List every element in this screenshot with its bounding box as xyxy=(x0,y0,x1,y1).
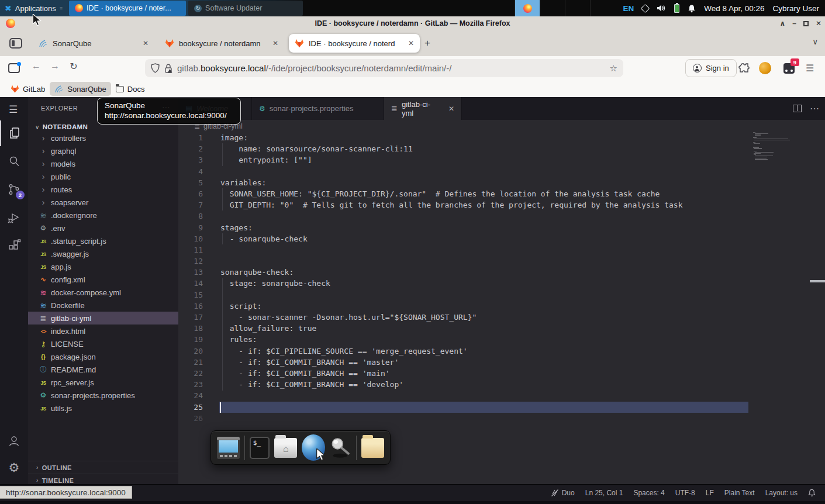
tree-file-utils.js[interactable]: utils.js xyxy=(28,402,178,415)
browser-tab-ide[interactable]: IDE · booksycure / noterd ✕ xyxy=(289,34,420,53)
code-line[interactable] xyxy=(220,210,749,222)
code-line[interactable]: stages: xyxy=(220,222,749,233)
tree-folder-controllers[interactable]: controllers xyxy=(28,132,178,144)
url-bar[interactable]: gitlab.booksycure.local/-/ide/project/bo… xyxy=(145,59,623,77)
sign-in-button[interactable]: Sign in xyxy=(685,59,737,77)
minimize-button[interactable]: – xyxy=(792,19,796,27)
battery-icon[interactable] xyxy=(674,4,679,13)
dock-file-manager-icon[interactable]: ⌂ xyxy=(274,438,297,458)
tree-file-rpc_server.js[interactable]: rpc_server.js xyxy=(28,376,178,389)
tree-file-.swagger.js[interactable]: .swagger.js xyxy=(28,247,178,260)
activity-account-button[interactable] xyxy=(0,428,28,454)
tab-close-icon[interactable]: ✕ xyxy=(272,39,278,47)
tree-file-README.md[interactable]: README.md xyxy=(28,363,178,376)
tree-file-LICENSE[interactable]: LICENSE xyxy=(28,337,178,350)
code-line[interactable]: script: xyxy=(220,301,749,312)
maximize-button[interactable] xyxy=(803,21,809,26)
tree-folder-graphql[interactable]: graphql xyxy=(28,144,178,157)
back-button[interactable]: ← xyxy=(27,61,46,72)
workspace-switcher[interactable] xyxy=(515,0,615,16)
volume-icon[interactable] xyxy=(657,4,666,12)
split-editor-icon[interactable] xyxy=(793,105,802,112)
bookmark-sonarqube[interactable]: SonarQube xyxy=(50,82,111,96)
code-line[interactable]: - if: $CI_COMMIT_BRANCH == 'main' xyxy=(220,368,749,379)
language-mode[interactable]: Plain Text xyxy=(724,489,755,497)
network-icon[interactable] xyxy=(641,4,650,13)
tree-folder-routes[interactable]: routes xyxy=(28,183,178,196)
bookmark-gitlab[interactable]: GitLab xyxy=(6,82,50,96)
taskbar-window-software-updater[interactable]: ↻ Software Updater xyxy=(188,1,303,16)
tree-file-config.xml[interactable]: config.xml xyxy=(28,273,178,286)
tree-file-app.js[interactable]: app.js xyxy=(28,260,178,273)
activity-run-debug-button[interactable] xyxy=(0,205,28,230)
code-line[interactable] xyxy=(220,402,749,413)
dock-web-browser-icon[interactable] xyxy=(302,434,325,461)
breadcrumb[interactable]: ≣ gitlab-ci-yml xyxy=(178,120,825,132)
workspace-1[interactable] xyxy=(515,0,540,16)
code-line[interactable]: - sonar-scanner -Dsonar.host.url="${SONA… xyxy=(220,312,749,323)
tree-file-.startup_script.js[interactable]: .startup_script.js xyxy=(28,234,178,247)
extension-monkey-icon[interactable] xyxy=(759,62,771,74)
code-line[interactable] xyxy=(220,244,749,256)
code-line[interactable]: GIT_DEPTH: "0" # Tells git to fetch all … xyxy=(220,199,749,210)
notifications-bell-icon[interactable] xyxy=(808,489,816,497)
activity-explorer-button[interactable] xyxy=(0,120,28,146)
keyboard-layout[interactable]: Layout: us xyxy=(765,489,798,497)
extensions-puzzle-icon[interactable] xyxy=(738,62,750,74)
bookmark-docs[interactable]: Docs xyxy=(111,82,150,96)
activity-source-control-button[interactable]: 2 xyxy=(0,177,28,202)
shade-button[interactable]: ∧ xyxy=(780,19,786,27)
code-line[interactable]: - if: $CI_COMMIT_BRANCH == 'develop' xyxy=(220,379,749,390)
dock-show-desktop-icon[interactable] xyxy=(217,437,240,459)
current-user-label[interactable]: Cybrary User xyxy=(772,4,819,13)
workspace-2[interactable] xyxy=(540,0,565,16)
browser-tab-sonarqube[interactable]: SonarQube ✕ xyxy=(33,34,154,53)
tree-folder-soapserver[interactable]: soapserver xyxy=(28,196,178,209)
duo-status-item[interactable]: Duo xyxy=(551,489,575,497)
bookmark-star-icon[interactable]: ☆ xyxy=(610,63,617,74)
activity-settings-button[interactable]: ⚙ xyxy=(0,455,28,481)
forward-button[interactable]: → xyxy=(46,61,64,72)
tab-close-icon[interactable]: ✕ xyxy=(448,105,454,113)
dock-app-finder-icon[interactable] xyxy=(330,436,351,460)
cursor-position[interactable]: Ln 25, Col 1 xyxy=(585,489,623,497)
sidebar-icon[interactable] xyxy=(8,63,20,73)
list-all-tabs-icon[interactable]: ∨ xyxy=(812,37,818,46)
code-line[interactable]: rules: xyxy=(220,334,749,345)
code-line[interactable] xyxy=(220,166,749,177)
tab-close-icon[interactable]: ✕ xyxy=(408,39,414,47)
reload-button[interactable]: ↻ xyxy=(64,61,83,72)
activity-extensions-button[interactable] xyxy=(0,233,28,258)
code-line[interactable]: entrypoint: [""] xyxy=(220,154,749,165)
clock[interactable]: Wed 8 Apr, 00:26 xyxy=(704,4,764,13)
code-line[interactable]: - if: $CI_COMMIT_BRANCH == 'master' xyxy=(220,357,749,368)
taskbar-window-ide[interactable]: IDE · booksycure / noter... xyxy=(69,1,186,16)
code-line[interactable]: - sonarqube-check xyxy=(220,233,749,244)
tree-file-Dockerfile[interactable]: Dockerfile xyxy=(28,299,178,312)
editor-tab-gitlab-ci[interactable]: ≣ gitlab-ci-yml ✕ xyxy=(384,97,462,120)
lock-warning-icon[interactable] xyxy=(164,64,172,73)
activity-search-button[interactable] xyxy=(0,149,28,174)
outline-section[interactable]: › OUTLINE xyxy=(28,461,178,474)
code-line[interactable] xyxy=(220,256,749,267)
workspace-3[interactable] xyxy=(565,0,590,16)
editor-more-actions-icon[interactable]: ⋯ xyxy=(810,103,819,114)
code-line[interactable] xyxy=(220,390,749,401)
code-line[interactable]: name: sonarsource/sonar-scanner-cli:11 xyxy=(220,143,749,154)
shield-icon[interactable] xyxy=(151,63,160,73)
code-line[interactable] xyxy=(220,413,749,424)
code-line[interactable] xyxy=(220,289,749,301)
ide-menu-hamburger-icon[interactable]: ☰ xyxy=(9,103,18,116)
tab-close-icon[interactable]: ✕ xyxy=(143,39,149,47)
tree-folder-models[interactable]: models xyxy=(28,157,178,170)
keyboard-layout-indicator[interactable]: EN xyxy=(623,4,634,13)
dock-terminal-icon[interactable]: $_ xyxy=(250,437,270,459)
tree-file-.env[interactable]: .env xyxy=(28,222,178,234)
editor-tab-sonar-properties[interactable]: ⚙ sonar-projects.properties xyxy=(252,97,384,120)
tree-file-index.html[interactable]: index.html xyxy=(28,325,178,337)
code-line[interactable]: allow_failure: true xyxy=(220,323,749,334)
code-line[interactable]: SONAR_USER_HOME: "${CI_PROJECT_DIR}/.son… xyxy=(220,188,749,199)
code-line[interactable]: image: xyxy=(220,132,749,143)
tree-file-sonar-projects.properties[interactable]: sonar-projects.properties xyxy=(28,389,178,402)
notifications-bell-icon[interactable] xyxy=(688,4,696,13)
